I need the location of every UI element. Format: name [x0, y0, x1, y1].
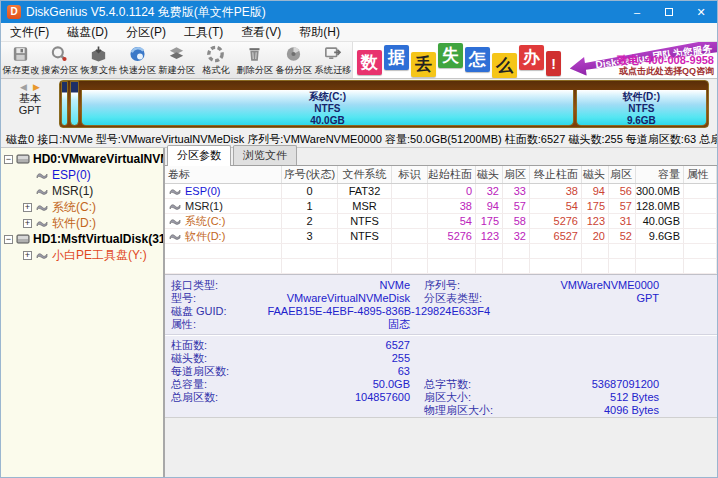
disk-partition-block-0[interactable] [61, 81, 68, 126]
toolbar-button-label: 格式化 [202, 64, 230, 75]
details-value: 固态 [255, 318, 410, 331]
table-cell: NTFS [338, 229, 392, 243]
column-header-4[interactable]: 起始柱面 [428, 166, 476, 183]
partition-icon [35, 202, 49, 212]
toolbar-button-7[interactable]: 备份分区 [274, 42, 313, 78]
table-cell: 57 [503, 199, 530, 213]
collapse-minus-icon[interactable]: − [4, 235, 13, 244]
details-value: 53687091200 [519, 378, 659, 391]
disk-partition-block-3[interactable]: 软件(D:)NTFS9.6GB [576, 90, 707, 126]
tab-browse-files[interactable]: 浏览文件 [233, 145, 297, 165]
details-separator [165, 334, 717, 336]
toolbar: 保存更改搜索分区恢复文件快速分区新建分区格式化删除分区备份分区系统迁移 数据丢失… [1, 42, 717, 79]
column-header-5[interactable]: 磁头 [476, 166, 503, 183]
column-header-2[interactable]: 文件系统 [338, 166, 392, 183]
details-row: 接口类型:NVMe序列号:VMWareNVME0000 [165, 279, 717, 292]
details-label [165, 404, 255, 417]
column-header-1[interactable]: 序号(状态) [282, 166, 338, 183]
toolbar-button-1[interactable]: 搜索分区 [40, 42, 79, 78]
collapse-minus-icon[interactable]: − [4, 155, 13, 164]
toolbar-button-6[interactable]: 删除分区 [235, 42, 274, 78]
column-header-0[interactable]: 卷标 [165, 166, 282, 183]
tab-partition-params[interactable]: 分区参数 [167, 145, 231, 166]
menu-item-5[interactable]: 帮助(H) [290, 23, 349, 42]
tree-item-6[interactable]: +小白PE工具盘(Y:) [1, 247, 163, 263]
disk-details-panel: 接口类型:NVMe序列号:VMWareNVME0000型号:VMwareVirt… [165, 274, 717, 417]
table-cell: 6527 [530, 229, 582, 243]
table-row[interactable]: MSR(1)1MSR3894575417557128.0MB [165, 199, 717, 214]
disk-icon [16, 233, 30, 245]
column-header-10[interactable]: 容量 [636, 166, 684, 183]
table-row[interactable]: ESP(0)0FAT3203233389456300.0MB [165, 184, 717, 199]
table-row[interactable]: 系统(C:)2NTFS541755852761233140.0GB [165, 214, 717, 229]
table-cell: 38 [428, 199, 476, 213]
prev-disk-arrow-icon[interactable]: ◀ [20, 82, 27, 92]
column-header-11[interactable]: 属性 [684, 166, 717, 183]
toolbar-button-3[interactable]: 快速分区 [118, 42, 157, 78]
column-header-3[interactable]: 标识 [392, 166, 428, 183]
details-row: 总扇区数:104857600扇区大小:512 Bytes [165, 391, 717, 404]
expand-plus-icon[interactable]: + [23, 251, 32, 260]
maximize-button[interactable] [653, 1, 685, 23]
tree-item-1[interactable]: ESP(0) [1, 167, 163, 183]
details-value: VMwareVirtualNVMeDisk [255, 292, 410, 305]
tree-item-2[interactable]: MSR(1) [1, 183, 163, 199]
column-header-6[interactable]: 扇区 [503, 166, 530, 183]
table-row[interactable]: 软件(D:)3NTFS527612332652720529.6GB [165, 229, 717, 244]
expand-plus-icon[interactable]: + [23, 219, 32, 228]
details-label: 序列号: [424, 279, 519, 292]
table-cell [684, 214, 717, 228]
details-row: 型号:VMwareVirtualNVMeDisk分区表类型:GPT [165, 292, 717, 305]
toolbar-button-label: 备份分区 [275, 64, 312, 75]
tree-item-5[interactable]: −HD1:MsftVirtualDisk(315M [1, 231, 163, 247]
banner-qq-link[interactable]: 或点击此处选择QQ咨询 [617, 66, 714, 77]
details-label: 总扇区数: [165, 391, 255, 404]
menu-item-2[interactable]: 分区(P) [117, 23, 175, 42]
tree-item-3[interactable]: +系统(C:) [1, 199, 163, 215]
partition-icon [168, 216, 182, 226]
partition-name-label: 软件(D:) [577, 91, 706, 103]
table-cell: 31 [609, 214, 636, 228]
expand-plus-icon[interactable]: + [23, 203, 32, 212]
menu-item-1[interactable]: 磁盘(D) [58, 23, 117, 42]
table-cell: 1 [282, 199, 338, 213]
toolbar-button-2[interactable]: 恢复文件 [79, 42, 118, 78]
toolbar-button-label: 新建分区 [158, 64, 195, 75]
system-migrate-icon [322, 44, 343, 64]
details-value [519, 318, 659, 331]
partition-icon [35, 218, 49, 228]
table-empty-cell [503, 244, 530, 258]
table-empty-cell [684, 244, 717, 258]
close-button[interactable]: ✕ [685, 1, 717, 23]
new-partition-icon [166, 44, 187, 64]
tree-item-4[interactable]: +软件(D:) [1, 215, 163, 231]
toolbar-button-4[interactable]: 新建分区 [157, 42, 196, 78]
menu-item-3[interactable]: 工具(T) [175, 23, 232, 42]
column-header-7[interactable]: 终止柱面 [530, 166, 582, 183]
column-header-9[interactable]: 扇区 [609, 166, 636, 183]
table-cell: 0 [428, 184, 476, 198]
details-row: 总容量:50.0GB总字节数:53687091200 [165, 378, 717, 391]
partition-size-label: 40.0GB [82, 115, 573, 126]
table-cell: 2 [282, 214, 338, 228]
toolbar-button-label: 系统迁移 [314, 64, 351, 75]
disk-partition-block-1[interactable] [70, 81, 79, 126]
toolbar-button-5[interactable]: 格式化 [196, 42, 235, 78]
details-value [519, 365, 659, 378]
partition-icon [168, 186, 182, 196]
disk-info-line: 磁盘0 接口:NVMe 型号:VMwareVirtualNVMeDisk 序列号… [1, 130, 717, 148]
menu-item-4[interactable]: 查看(V) [232, 23, 290, 42]
minimize-button[interactable]: – [621, 1, 653, 23]
promo-banner[interactable]: 数据丢失怎么办! DiskGenius 团队为您服务 致电: 400-008-9… [352, 42, 717, 78]
banner-phone: 致电: 400-008-9958 [617, 55, 714, 66]
toolbar-button-0[interactable]: 保存更改 [1, 42, 40, 78]
menu-item-0[interactable]: 文件(F) [1, 23, 58, 42]
disk-partition-block-2[interactable]: 系统(C:)NTFS40.0GB [81, 90, 574, 126]
volume-name-label: 系统(C:) [185, 214, 225, 228]
tree-item-0[interactable]: −HD0:VMwareVirtualNVMe [1, 151, 163, 167]
tree-item-label: MSR(1) [52, 184, 93, 198]
toolbar-button-8[interactable]: 系统迁移 [313, 42, 352, 78]
next-disk-arrow-icon[interactable]: ▶ [33, 82, 40, 92]
banner-tile-4: 怎 [465, 47, 490, 72]
column-header-8[interactable]: 磁头 [582, 166, 609, 183]
